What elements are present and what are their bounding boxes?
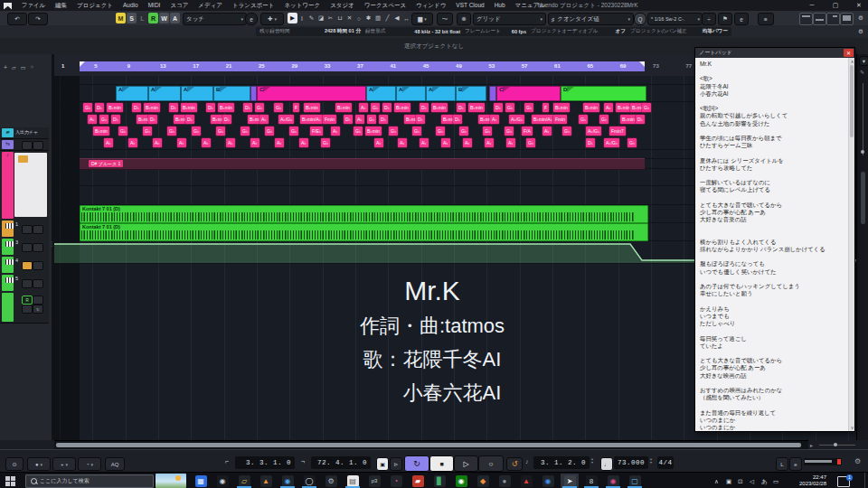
menu-item[interactable]: メディア [193,2,228,10]
chord-event[interactable]: B♭min [218,103,234,112]
arranger-section-C[interactable]: C [496,86,561,101]
chord-event[interactable]: G♭ [436,127,445,136]
scroll-up-icon[interactable]: ∧ [849,59,855,64]
dark-sphere-app[interactable]: ● [495,474,514,488]
chord-event[interactable]: A♭ [331,127,340,136]
chord-event[interactable]: G♭ [579,115,588,124]
chord-event[interactable]: A♭ [374,138,383,147]
erase-tool[interactable]: ◪ [316,13,326,23]
chord-event[interactable]: G♭ [505,127,514,136]
tempo-spinner[interactable]: ▴▾ [650,457,652,465]
undo-button[interactable]: ↶ [7,13,27,25]
chord-event[interactable]: D♭ [169,103,178,112]
gear-icon[interactable]: ⚙ [855,13,866,23]
arranger-section[interactable] [250,86,257,101]
chord-event[interactable]: D♭ [453,115,462,124]
gear-icon[interactable]: ⚙ [854,457,861,465]
vzoom-slider-handle[interactable] [861,150,864,154]
play-button[interactable]: ▷ [454,455,478,472]
folder-icon[interactable]: ▱ [12,64,16,70]
chord-event[interactable]: G♭ [526,138,535,147]
split-tool[interactable]: ✂ [326,13,335,23]
input-level-button[interactable]: L [776,457,788,471]
taskbar-clock[interactable]: 22:47 2023/02/28 [779,474,826,487]
arranger-section[interactable] [489,86,496,101]
chord-event[interactable]: D♭ [132,103,141,112]
chord-event[interactable]: A♭ [88,115,97,124]
chord-event[interactable]: B♭min [468,103,485,112]
position-spinner[interactable]: ▴▾ [591,457,593,465]
show-desktop-button[interactable] [864,473,868,488]
search-icon[interactable]: ○ [30,64,33,70]
blue-doc-app[interactable]: ▢ [626,474,644,488]
color-wheel-app[interactable]: ◔ [387,474,405,488]
chord-event[interactable]: D♭ [111,115,120,124]
chord-event[interactable]: G♭ [118,127,127,136]
left-locator-value[interactable]: 3. 3. 1. 0 [235,456,295,469]
chord-event[interactable]: A♭ [226,138,235,147]
chord-event[interactable]: B♭min [304,103,320,112]
track-row[interactable]: ▰入出力チャ [0,127,49,139]
glue-tool[interactable]: ⊔ [335,13,345,23]
menu-item[interactable]: ウィンドウ [411,2,451,10]
steam[interactable]: ◉ [213,474,231,488]
info-blue-app[interactable]: ◉ [539,474,557,488]
menu-item[interactable]: 編集 [51,2,72,10]
track-row[interactable]: 1 [0,220,49,239]
chord-event[interactable]: A♭ [398,138,407,147]
state-button-R[interactable]: R [148,13,158,23]
chord-event[interactable]: A♭ [104,138,113,147]
chord-event[interactable]: G♭ [143,127,152,136]
chord-event[interactable]: D♭ [416,115,425,124]
monitor-button[interactable] [33,296,43,305]
chord-event[interactable]: G♭ [321,138,330,147]
chord-event[interactable]: G♭ [265,127,274,136]
chord-event[interactable]: G♭ [524,103,533,112]
menu-item[interactable]: トランスポート [227,2,278,10]
chord-event[interactable]: Fmin [553,115,567,124]
chord-event[interactable]: D♭ [222,115,231,124]
chord-event[interactable]: A♭ [177,138,186,147]
arranger-section-A[interactable]: A [396,86,426,101]
file-explorer[interactable]: ▱ [235,474,253,488]
automation-edit-button[interactable]: e [245,13,258,25]
state-button-S[interactable]: S [127,13,137,23]
track-row[interactable]: 5 [0,274,49,293]
chord-event[interactable]: B♭min [144,103,160,112]
gear-icon[interactable]: ⚙ [855,26,866,37]
xbox[interactable]: ◉ [452,474,470,488]
snap-toggle[interactable]: ⊗ [457,13,471,25]
hzoom-slider-handle[interactable] [834,443,837,446]
midi-part[interactable]: Kontakt 7 01 (D) [80,205,648,223]
tray-volume-icon[interactable]: ◁ [750,478,754,485]
chord-event[interactable]: A♭ [259,115,269,124]
chord-event[interactable]: A♭/G♭ [278,115,294,124]
chord-event[interactable]: A♭ [506,138,515,147]
vertical-scrollbar[interactable]: ▾ ✎ [856,54,868,440]
chord-event[interactable]: G♭ [99,115,108,124]
chord-event[interactable]: A♭ [542,127,552,136]
menu-item[interactable]: MIDI [143,2,165,10]
edit-channel-button[interactable]: e [789,457,802,471]
chord-event[interactable]: F [293,103,299,112]
record-button[interactable]: ○ [478,455,504,472]
arranger-button[interactable] [22,141,33,150]
notepad-app[interactable]: ▤ [344,474,362,488]
chart-app[interactable]: ▊ [430,474,448,488]
chord-event[interactable]: B♭min/A♭ [300,115,323,124]
chord-event[interactable]: Fmin7 [609,127,626,136]
chord-event[interactable]: G♭ [216,127,225,136]
menu-item[interactable]: ワークスペース [359,2,410,10]
chord-event[interactable]: G♭ [459,127,468,136]
chord-event[interactable]: G♭ [627,138,637,147]
track-row[interactable]: 4 [0,256,49,275]
state-button-W[interactable]: W [159,13,169,23]
tray-tablet-icon[interactable]: ▭ [773,478,778,485]
scroll-down-icon[interactable]: ∨ [849,425,855,430]
maximize-button[interactable]: ▢ [825,0,846,11]
menu-item[interactable]: スタジオ [326,2,360,10]
chord-event[interactable]: D♭ [457,103,466,112]
jog-icon[interactable]: ⊙ [5,457,24,471]
chord-event[interactable]: G♭ [255,103,264,112]
chord-event[interactable]: G♭ [389,127,398,136]
